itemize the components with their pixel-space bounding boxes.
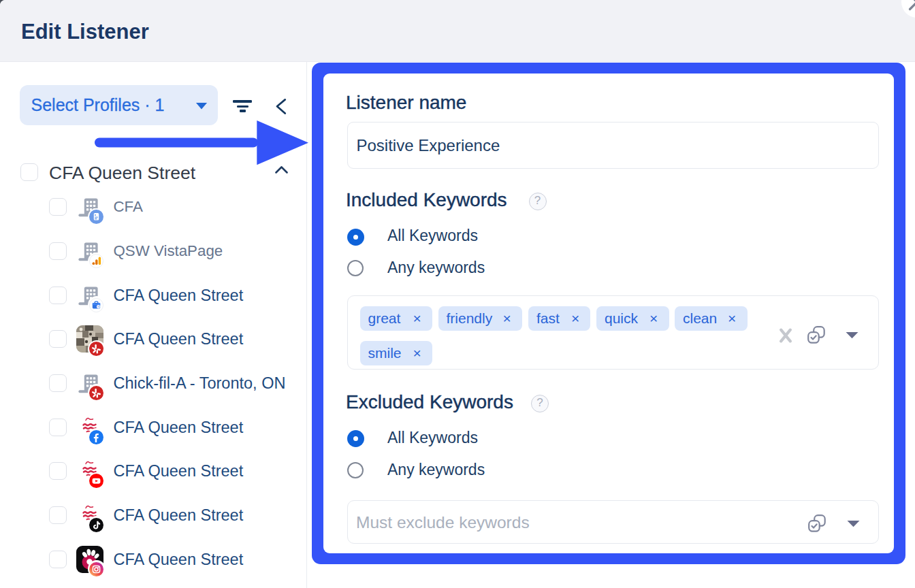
svg-text:G: G [97, 305, 100, 308]
